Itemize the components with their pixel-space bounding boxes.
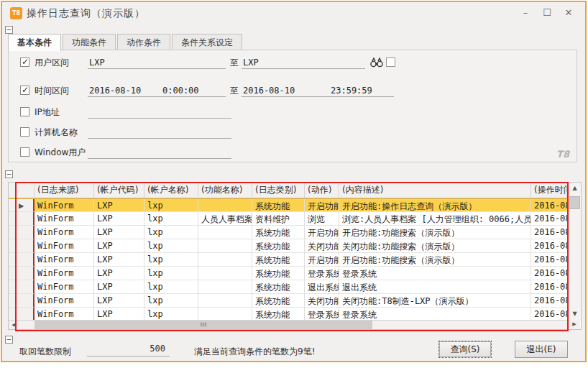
table-cell[interactable]: 浏览:人员人事档案 [人力管理组织: 0066;人员编号: 1000] bbox=[339, 212, 531, 226]
tab-basic-conditions[interactable]: 基本条件 bbox=[8, 34, 61, 51]
table-cell[interactable]: 2016-08-1 bbox=[531, 253, 567, 267]
table-cell[interactable]: lxp bbox=[144, 280, 198, 294]
table-cell[interactable]: 2016-08-1 bbox=[531, 294, 567, 308]
table-cell[interactable] bbox=[198, 294, 252, 308]
table-cell[interactable]: LXP bbox=[94, 239, 144, 253]
table-cell[interactable]: LXP bbox=[94, 199, 144, 212]
table-cell[interactable]: LXP bbox=[94, 226, 144, 239]
col-header-account-name[interactable]: (帐户名称) bbox=[144, 183, 198, 198]
row-gutter[interactable] bbox=[9, 267, 35, 280]
table-row[interactable]: WinFormLXPlxp系统功能关闭功能关闭功能:功能搜索（演示版）2016-… bbox=[9, 239, 569, 253]
close-button[interactable]: ✕ bbox=[561, 6, 576, 19]
table-cell[interactable]: 系统功能 bbox=[252, 280, 305, 294]
table-cell[interactable]: WinForm bbox=[35, 280, 94, 294]
table-cell[interactable]: 开启功能:操作日志查询（演示版） bbox=[339, 199, 531, 212]
table-cell[interactable]: WinForm bbox=[35, 212, 94, 226]
table-cell[interactable]: 2016-08-1 bbox=[531, 280, 567, 294]
vertical-scrollbar[interactable]: ▲ ▼ bbox=[568, 183, 581, 321]
table-cell[interactable]: 登录系统 bbox=[305, 308, 339, 321]
table-cell[interactable]: 登录系统 bbox=[339, 308, 531, 321]
table-cell[interactable]: 系统功能 bbox=[252, 308, 305, 321]
col-header-account-code[interactable]: (帐户代码) bbox=[94, 183, 144, 198]
user-range-checkbox[interactable] bbox=[20, 58, 29, 67]
table-cell[interactable]: LXP bbox=[94, 212, 144, 226]
row-gutter[interactable] bbox=[9, 253, 35, 267]
col-header-function-name[interactable]: (功能名称) bbox=[198, 183, 252, 198]
row-gutter[interactable] bbox=[9, 226, 35, 239]
table-row[interactable]: WinFormLXPlxp系统功能开启功能开启功能:功能搜索（演示版）2016-… bbox=[9, 253, 569, 267]
time-to-input[interactable]: 2016-08-10 23:59:59 bbox=[242, 84, 394, 97]
table-cell[interactable]: lxp bbox=[144, 212, 198, 226]
tab-action-conditions[interactable]: 动作条件 bbox=[117, 34, 170, 50]
table-cell[interactable]: 浏览 bbox=[305, 212, 339, 226]
row-gutter[interactable] bbox=[9, 308, 35, 321]
table-cell[interactable]: 登录系统 bbox=[305, 267, 339, 280]
table-cell[interactable]: 系统功能 bbox=[252, 253, 305, 267]
col-header-action[interactable]: (动作) bbox=[305, 183, 339, 198]
table-cell[interactable]: 开启功能:功能搜索（演示版） bbox=[339, 253, 531, 267]
table-cell[interactable]: 开启功能 bbox=[305, 253, 339, 267]
binoculars-icon[interactable] bbox=[370, 58, 383, 68]
table-cell[interactable]: 资料维护 bbox=[252, 212, 305, 226]
ip-checkbox[interactable] bbox=[20, 107, 29, 116]
exit-button[interactable]: 退出(E) bbox=[515, 341, 568, 358]
table-cell[interactable]: 系统功能 bbox=[252, 267, 305, 280]
row-gutter[interactable] bbox=[9, 294, 35, 308]
table-cell[interactable]: lxp bbox=[144, 253, 198, 267]
row-limit-input[interactable]: 500 bbox=[87, 344, 170, 356]
row-gutter[interactable] bbox=[9, 280, 35, 294]
table-cell[interactable]: 2016-08-1 bbox=[531, 212, 567, 226]
table-cell[interactable]: 关闭功能 bbox=[305, 294, 339, 308]
minimize-button[interactable]: – bbox=[518, 6, 533, 19]
window-user-checkbox[interactable] bbox=[20, 147, 29, 157]
horizontal-scrollbar[interactable]: ◀ ⦀⦀⦀ bbox=[9, 320, 569, 329]
table-cell[interactable]: 2016-08-1 bbox=[531, 267, 567, 280]
row-gutter[interactable] bbox=[9, 212, 35, 226]
table-cell[interactable]: 系统功能 bbox=[252, 294, 305, 308]
window-user-input[interactable] bbox=[88, 146, 231, 159]
table-cell[interactable]: lxp bbox=[144, 199, 198, 212]
table-cell[interactable]: 2016-08-1 bbox=[531, 199, 567, 212]
table-cell[interactable] bbox=[198, 199, 252, 212]
table-cell[interactable]: WinForm bbox=[35, 226, 94, 239]
table-cell[interactable]: 2016-08-1 bbox=[531, 239, 567, 253]
table-cell[interactable]: 系统功能 bbox=[252, 239, 305, 253]
query-button[interactable]: 查询(S) bbox=[438, 341, 492, 358]
table-cell[interactable]: lxp bbox=[144, 308, 198, 321]
table-row[interactable]: WinFormLXPlxp系统功能开启功能开启功能:功能搜索（演示版）2016-… bbox=[9, 226, 569, 239]
collapse-toggle-top[interactable]: − bbox=[5, 26, 13, 34]
time-from-input[interactable]: 2016-08-10 0:00:00 bbox=[88, 84, 226, 97]
table-cell[interactable] bbox=[198, 253, 252, 267]
ip-input[interactable] bbox=[88, 106, 231, 119]
table-cell[interactable]: 退出系统 bbox=[305, 280, 339, 294]
time-range-checkbox[interactable] bbox=[20, 86, 29, 95]
scroll-down-icon[interactable]: ▼ bbox=[569, 308, 581, 319]
table-cell[interactable]: LXP bbox=[94, 294, 144, 308]
user-from-input[interactable]: LXP bbox=[88, 56, 226, 69]
table-cell[interactable]: LXP bbox=[94, 280, 144, 294]
tab-condition-relations[interactable]: 条件关系设定 bbox=[172, 34, 242, 50]
computer-checkbox[interactable] bbox=[20, 127, 29, 137]
table-cell[interactable]: WinForm bbox=[35, 308, 94, 321]
table-cell[interactable]: 2016-08-1 bbox=[531, 226, 567, 239]
col-header-log-category[interactable]: (日志类别) bbox=[252, 183, 305, 198]
table-cell[interactable]: 退出系统 bbox=[339, 280, 531, 294]
table-cell[interactable]: lxp bbox=[144, 226, 198, 239]
table-cell[interactable]: lxp bbox=[144, 267, 198, 280]
tab-function-conditions[interactable]: 功能条件 bbox=[63, 34, 116, 50]
table-cell[interactable]: LXP bbox=[94, 267, 144, 280]
selected-row-marker[interactable]: ▶ bbox=[9, 199, 35, 212]
table-cell[interactable]: WinForm bbox=[35, 294, 94, 308]
table-row[interactable]: WinFormLXPlxp系统功能退出系统退出系统2016-08-1 bbox=[9, 280, 569, 294]
table-cell[interactable]: 人员人事档案 bbox=[198, 212, 252, 226]
user-to-input[interactable]: LXP bbox=[242, 56, 365, 69]
table-cell[interactable]: 系统功能 bbox=[252, 199, 305, 212]
table-cell[interactable]: lxp bbox=[144, 294, 198, 308]
collapse-toggle-grid[interactable]: − bbox=[5, 170, 13, 178]
table-cell[interactable] bbox=[198, 280, 252, 294]
row-gutter[interactable] bbox=[9, 239, 35, 253]
table-cell[interactable]: LXP bbox=[94, 308, 144, 321]
computer-input[interactable] bbox=[88, 126, 231, 139]
user-lookup-checkbox[interactable] bbox=[386, 58, 395, 67]
table-cell[interactable]: WinForm bbox=[35, 199, 94, 212]
